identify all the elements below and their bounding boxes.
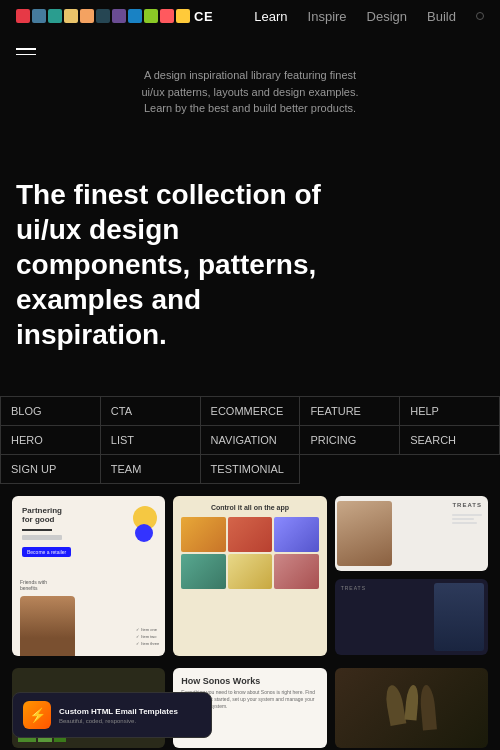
card-treats-bottom[interactable]: TREATS <box>335 579 488 655</box>
cat-search[interactable]: SEARCH <box>400 426 500 455</box>
cards-grid: Partneringfor good Become a retailer Fri… <box>0 484 500 668</box>
hero-description: A design inspirational library featuring… <box>135 67 365 117</box>
logo-tile-10 <box>160 9 174 23</box>
bottom-3-shapes <box>387 685 435 730</box>
cat-blog[interactable]: BLOG <box>1 397 101 426</box>
nav-design[interactable]: Design <box>367 9 407 24</box>
shape-2 <box>405 685 420 721</box>
card-1-person <box>20 596 75 656</box>
logo-area: CE <box>16 9 213 24</box>
card-img-5 <box>228 554 272 589</box>
card-img-1 <box>181 517 225 552</box>
header: CE Learn Inspire Design Build <box>0 0 500 32</box>
card-sonos-title: How Sonos Works <box>181 676 318 686</box>
card-1-checklist: ✓ Item one ✓ Item two ✓ Item three <box>136 627 159 646</box>
card-treats-bottom-content: TREATS <box>335 579 488 597</box>
bottom-badge[interactable]: ⚡ Custom HTML Email Templates Beautiful,… <box>12 692 212 738</box>
person-img <box>20 596 75 656</box>
menu-line-2 <box>16 54 36 56</box>
card-2-images <box>181 517 318 589</box>
card-treats-top-content: TREATS <box>335 496 488 571</box>
logo-tile-3 <box>48 9 62 23</box>
treats-dark-img <box>434 583 484 651</box>
logo-tiles <box>16 9 190 23</box>
cat-navigation[interactable]: NAVIGATION <box>201 426 301 455</box>
cat-pricing[interactable]: PRICING <box>300 426 400 455</box>
hero-section: A design inspirational library featuring… <box>0 32 500 372</box>
nav: Learn Inspire Design Build <box>254 9 484 24</box>
card-2-title: Control it all on the app <box>181 504 318 511</box>
card-img-6 <box>274 554 318 589</box>
card-1-button[interactable]: Become a retailer <box>22 547 71 557</box>
col-3-wrapper: TREATS TREATS <box>335 496 488 656</box>
hero-tagline: The finest collection of ui/ux design co… <box>16 177 356 352</box>
card-1-stripe <box>22 529 52 531</box>
nav-inspire[interactable]: Inspire <box>308 9 347 24</box>
treats-line-3 <box>452 522 477 524</box>
cat-ecommerce[interactable]: ECOMMERCE <box>201 397 301 426</box>
logo-tile-1 <box>16 9 30 23</box>
card-bottom-3[interactable] <box>335 668 488 748</box>
cat-help[interactable]: HELP <box>400 397 500 426</box>
cat-list[interactable]: LIST <box>101 426 201 455</box>
card-partnering[interactable]: Partneringfor good Become a retailer Fri… <box>12 496 165 656</box>
shape-1 <box>384 684 407 726</box>
treats-lines <box>452 514 482 524</box>
logo-tile-7 <box>112 9 126 23</box>
nav-learn[interactable]: Learn <box>254 9 287 24</box>
logo-tile-11 <box>176 9 190 23</box>
cat-team[interactable]: TEAM <box>101 455 201 484</box>
treats-line-2 <box>452 518 474 520</box>
menu-line-1 <box>16 48 36 50</box>
badge-title: Custom HTML Email Templates <box>59 707 178 716</box>
badge-icon: ⚡ <box>23 701 51 729</box>
card-img-4 <box>181 554 225 589</box>
treats-hand <box>337 501 392 566</box>
nav-build[interactable]: Build <box>427 9 456 24</box>
logo-tile-5 <box>80 9 94 23</box>
cat-testimonial[interactable]: TESTIMONIAL <box>201 455 301 484</box>
treats-line-1 <box>452 514 482 516</box>
nav-dot[interactable] <box>476 12 484 20</box>
logo-tile-4 <box>64 9 78 23</box>
cat-hero[interactable]: HERO <box>1 426 101 455</box>
card-treats-top[interactable]: TREATS <box>335 496 488 571</box>
logo-tile-9 <box>144 9 158 23</box>
shape-3 <box>419 684 437 730</box>
logo-tile-6 <box>96 9 110 23</box>
card-2-content: Control it all on the app <box>173 496 326 597</box>
badge-subtitle: Beautiful, coded, responsive. <box>59 718 178 724</box>
categories-grid: BLOG CTA ECOMMERCE FEATURE HELP HERO LIS… <box>0 396 500 484</box>
menu-icon[interactable] <box>16 48 36 55</box>
card-img-3 <box>274 517 318 552</box>
cat-signup[interactable]: SIGN UP <box>1 455 101 484</box>
cat-feature[interactable]: FEATURE <box>300 397 400 426</box>
card-control[interactable]: Control it all on the app <box>173 496 326 656</box>
circle-blue <box>135 524 153 542</box>
logo-tile-8 <box>128 9 142 23</box>
card-1-line <box>22 535 62 540</box>
card-img-2 <box>228 517 272 552</box>
badge-text: Custom HTML Email Templates Beautiful, c… <box>59 707 178 724</box>
card-bottom-3-content <box>335 668 488 748</box>
cat-cta[interactable]: CTA <box>101 397 201 426</box>
card-1-friends-text: Friends withbenefits <box>20 579 47 591</box>
hand-img <box>337 501 392 566</box>
logo-text: CE <box>194 9 213 24</box>
categories-section: BLOG CTA ECOMMERCE FEATURE HELP HERO LIS… <box>0 396 500 484</box>
logo-tile-2 <box>32 9 46 23</box>
